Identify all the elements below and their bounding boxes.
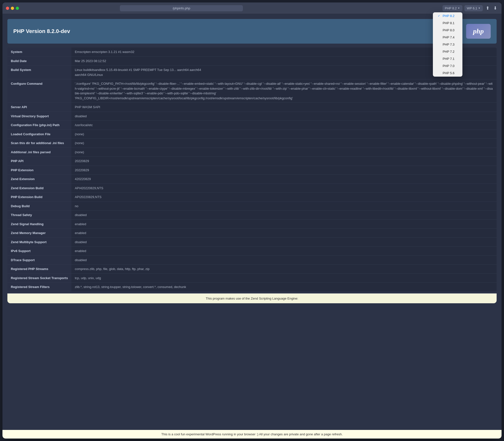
table-row: Registered PHP Streamscompress.zlib, php… (7, 265, 497, 274)
php-version-option-0[interactable]: ✓ PHP 8.2 (433, 12, 462, 19)
php-version-option-4[interactable]: PHP 7.3 (433, 41, 462, 48)
table-row: Scan this dir for additional .ini files(… (7, 139, 497, 148)
row-value: API20220829,NTS (71, 193, 497, 202)
php-version-option-2[interactable]: PHP 8.0 (433, 27, 462, 34)
table-row: Thread Safetydisabled (7, 211, 497, 220)
php-version-menu: ✓ PHP 8.2 PHP 8.1 PHP 8.0 PHP 7.4 (433, 12, 462, 77)
php-version-option-8[interactable]: PHP 5.6 (433, 69, 462, 77)
table-row: DTrace Supportdisabled (7, 255, 497, 265)
row-value: (none) (71, 139, 497, 148)
table-row: Virtual Directory Supportdisabled (7, 112, 497, 121)
table-row: SystemEmscripten emscripten 3.1.21 #1 wa… (7, 48, 497, 56)
row-label: Zend Extension Build (7, 184, 71, 193)
row-value: /usr/local/etc (71, 121, 497, 130)
row-value: enabled (71, 220, 497, 229)
php-version-option-3[interactable]: PHP 7.4 (433, 34, 462, 41)
maximize-button[interactable] (16, 7, 19, 10)
download-button[interactable]: ⬇ (492, 5, 498, 11)
row-value: 20220829 (71, 166, 497, 175)
php-version-title: PHP Version 8.2.0-dev (13, 28, 70, 34)
row-label: Server API (7, 103, 71, 112)
table-row: Build DateMar 25 2023 08:12:52 (7, 56, 497, 66)
table-row: Configure Command'./configure' 'PKG_CONF… (7, 79, 497, 103)
row-label: Zend Multibyte Support (7, 237, 71, 247)
traffic-lights (6, 7, 19, 10)
row-label: Scan this dir for additional .ini files (7, 139, 71, 148)
row-value: './configure' 'PKG_CONFIG_PATH=/root/lib… (71, 79, 497, 103)
php-version-option-5[interactable]: PHP 7.2 (433, 48, 462, 55)
row-label: PHP Extension (7, 166, 71, 175)
row-value: compress.zlib, php, file, glob, data, ht… (71, 265, 497, 274)
row-value: (none) (71, 130, 497, 139)
url-bar[interactable]: /phpinfo.php (120, 5, 243, 11)
table-row: Zend Extension420220829 (7, 175, 497, 184)
php-version-dropdown[interactable]: PHP 8.2 ✓ PHP 8.2 PHP 8.1 PHP 8.0 (442, 5, 462, 11)
table-row: Registered Stream Socket Transportstcp, … (7, 273, 497, 283)
minimize-button[interactable] (11, 7, 14, 10)
row-value: 20220829 (71, 157, 497, 166)
php-logo: php (466, 24, 491, 39)
row-value: API420220829,NTS (71, 184, 497, 193)
table-row: Additional .ini files parsed(none) (7, 148, 497, 157)
checkmark-icon: ✓ (438, 14, 441, 17)
table-row: PHP Extension20220829 (7, 166, 497, 175)
table-row: Loaded Configuration File(none) (7, 130, 497, 139)
row-label: Build System (7, 66, 71, 79)
row-label: IPv6 Support (7, 247, 71, 256)
row-label: Additional .ini files parsed (7, 148, 71, 157)
table-row: IPv6 Supportenabled (7, 247, 497, 256)
row-label: Debug Build (7, 202, 71, 211)
table-row: Configuration File (php.ini) Path/usr/lo… (7, 121, 497, 130)
table-row: Build SystemLinux buildkitsandbox 5.15.4… (7, 66, 497, 79)
row-label: Registered Stream Filters (7, 283, 71, 291)
row-value: 420220829 (71, 175, 497, 184)
footer-note: This program makes use of the Zend Scrip… (7, 293, 497, 303)
info-table: SystemEmscripten emscripten 3.1.21 #1 wa… (7, 48, 497, 291)
row-label: Configure Command (7, 79, 71, 103)
table-row: Zend Memory Managerenabled (7, 229, 497, 238)
row-value: (none) (71, 148, 497, 157)
php-version-option-6[interactable]: PHP 7.1 (433, 55, 462, 62)
row-value: zlib.*, string.rot13, string.toupper, st… (71, 283, 497, 291)
row-value: disabled (71, 237, 497, 247)
row-value: disabled (71, 255, 497, 265)
table-row: PHP API20220829 (7, 157, 497, 166)
row-label: Thread Safety (7, 211, 71, 220)
status-bar: This is a cool fun experimental WordPres… (2, 430, 502, 439)
php-header: PHP Version 8.2.0-dev php (7, 19, 497, 44)
content-area: PHP Version 8.2.0-dev php SystemEmscript… (2, 14, 502, 430)
table-row: Zend Multibyte Supportdisabled (7, 237, 497, 247)
close-button[interactable] (6, 7, 9, 10)
row-label: PHP API (7, 157, 71, 166)
titlebar: /phpinfo.php PHP 8.2 ✓ PHP 8.2 PHP 8.1 (2, 2, 502, 14)
row-label: Build Date (7, 56, 71, 66)
table-row: Zend Extension BuildAPI420220829,NTS (7, 184, 497, 193)
row-value: disabled (71, 112, 497, 121)
row-label: Configuration File (php.ini) Path (7, 121, 71, 130)
wp-version-button[interactable]: WP 6.1 (464, 5, 483, 11)
row-label: Zend Memory Manager (7, 229, 71, 238)
row-value: enabled (71, 247, 497, 256)
row-label: Zend Extension (7, 175, 71, 184)
row-label: Zend Signal Handling (7, 220, 71, 229)
table-row: Registered Stream Filterszlib.*, string.… (7, 283, 497, 291)
row-label: Registered Stream Socket Transports (7, 273, 71, 283)
php-version-option-1[interactable]: PHP 8.1 (433, 19, 462, 27)
row-label: DTrace Support (7, 255, 71, 265)
toolbar-right: PHP 8.2 ✓ PHP 8.2 PHP 8.1 PHP 8.0 (442, 5, 498, 11)
table-row: PHP Extension BuildAPI20220829,NTS (7, 193, 497, 202)
row-value: no (71, 202, 497, 211)
row-label: Loaded Configuration File (7, 130, 71, 139)
row-value: PHP WASM SAPI (71, 103, 497, 112)
row-value: tcp, udp, unix, udg (71, 273, 497, 283)
table-row: Debug Buildno (7, 202, 497, 211)
table-row: Zend Signal Handlingenabled (7, 220, 497, 229)
php-version-option-7[interactable]: PHP 7.0 (433, 62, 462, 69)
php-version-button[interactable]: PHP 8.2 (442, 5, 462, 11)
row-value: enabled (71, 229, 497, 238)
row-label: Virtual Directory Support (7, 112, 71, 121)
row-label: PHP Extension Build (7, 193, 71, 202)
upload-button[interactable]: ⬆ (485, 5, 490, 11)
row-value: disabled (71, 211, 497, 220)
row-label: System (7, 48, 71, 56)
